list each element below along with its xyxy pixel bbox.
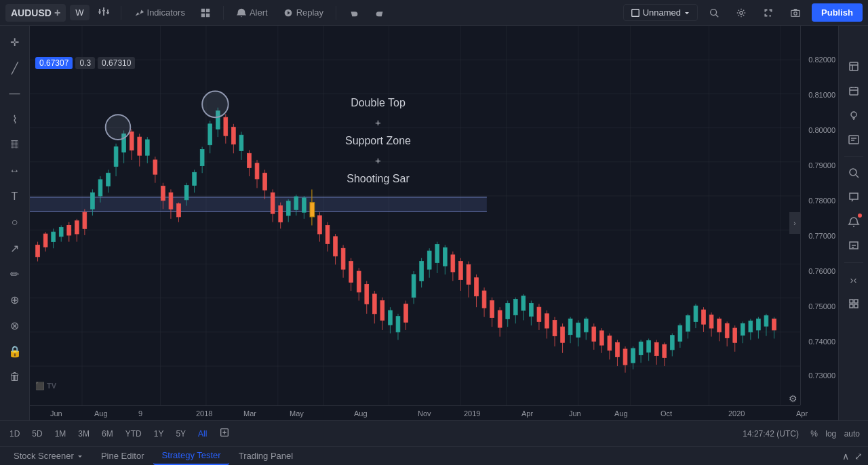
tf-6m[interactable]: 6M: [98, 426, 117, 441]
svg-rect-222: [741, 323, 745, 335]
svg-rect-180: [576, 323, 580, 337]
calendar-button[interactable]: [843, 80, 865, 102]
candles-svg: [30, 26, 800, 405]
arrow-tool[interactable]: ↗: [4, 237, 26, 259]
svg-rect-58: [98, 180, 102, 196]
tf-1y[interactable]: 1Y: [150, 426, 168, 441]
notifications-button[interactable]: [843, 211, 865, 232]
svg-rect-76: [169, 193, 173, 209]
messages-button[interactable]: [843, 235, 865, 257]
collapse-panel-button[interactable]: ∧: [842, 451, 849, 462]
svg-rect-106: [310, 203, 315, 217]
redo-button[interactable]: [369, 5, 391, 21]
svg-point-232: [202, 92, 229, 118]
bottom-tabs-right: ∧ ⤢: [842, 451, 863, 462]
tf-3m[interactable]: 3M: [74, 426, 94, 441]
svg-rect-78: [177, 204, 181, 217]
tab-trading-panel[interactable]: Trading Panel: [231, 447, 301, 465]
publish-button[interactable]: Publish: [812, 3, 863, 22]
screenshot-button[interactable]: [785, 5, 806, 21]
price-level-7: 0.76000: [808, 267, 835, 275]
horizontal-line-tool[interactable]: ―: [4, 83, 26, 104]
time-9: 9: [138, 409, 142, 418]
channel-tool[interactable]: ⌇: [4, 108, 26, 130]
quick-search-button[interactable]: [843, 162, 865, 184]
expand-right-button[interactable]: ›‹: [843, 268, 865, 290]
brush-tool[interactable]: ✏: [4, 263, 26, 285]
time-2019: 2019: [464, 409, 480, 418]
symbol-button[interactable]: AUDUSD +: [5, 4, 66, 22]
expand-arrow-button[interactable]: ›: [789, 212, 800, 234]
layouts-button[interactable]: [195, 5, 216, 21]
time-mar: Mar: [243, 409, 256, 418]
price-level-9: 0.74000: [808, 338, 835, 346]
svg-rect-200: [654, 342, 658, 355]
zoom-tool[interactable]: ⊕: [4, 289, 26, 310]
svg-rect-14: [791, 10, 800, 16]
compare-button[interactable]: [215, 424, 234, 443]
svg-rect-166: [521, 296, 526, 310]
svg-rect-2: [107, 9, 108, 14]
lock-tool[interactable]: 🔒: [4, 340, 26, 362]
tf-5d[interactable]: 5D: [28, 426, 46, 441]
trash-tool[interactable]: 🗑: [4, 366, 26, 388]
indicators-button[interactable]: Indicators: [128, 5, 191, 21]
unnamed-button[interactable]: Unnamed: [623, 4, 698, 21]
svg-rect-124: [357, 271, 361, 292]
watchlist-button[interactable]: [843, 31, 865, 53]
chart-area[interactable]: 0.67307 0.3 0.67310: [30, 26, 838, 420]
alert-button[interactable]: Alert: [231, 5, 273, 21]
svg-rect-233: [850, 62, 858, 70]
trend-line-tool[interactable]: ╱: [4, 57, 26, 79]
svg-rect-146: [443, 247, 447, 266]
text-tool[interactable]: T: [4, 186, 26, 207]
svg-rect-239: [854, 300, 858, 303]
svg-rect-122: [349, 262, 353, 283]
log-button[interactable]: log: [823, 428, 839, 440]
magnet-tool[interactable]: ⊗: [4, 315, 26, 336]
cursor-tool[interactable]: ✛: [4, 31, 26, 53]
fib-tool[interactable]: 𝄜: [4, 134, 26, 156]
data-window-button[interactable]: [843, 56, 865, 77]
tab-pine-editor[interactable]: Pine Editor: [93, 447, 153, 465]
tf-5y[interactable]: 5Y: [172, 426, 190, 441]
tf-1m[interactable]: 1M: [51, 426, 71, 441]
settings-button[interactable]: [730, 5, 752, 21]
undo-button[interactable]: [343, 5, 365, 21]
top-bar-left: AUDUSD + W Indicators Alert Replay: [5, 3, 391, 23]
tab-strategy-tester[interactable]: Strategy Tester: [153, 447, 229, 465]
chart-gear-icon[interactable]: ⚙: [789, 393, 797, 404]
svg-rect-82: [193, 172, 197, 185]
drawing-templates-button[interactable]: [843, 129, 865, 150]
tf-1d[interactable]: 1D: [5, 426, 24, 441]
tf-ytd[interactable]: YTD: [121, 426, 146, 441]
svg-point-15: [794, 12, 797, 14]
expand-panel-button[interactable]: ⤢: [854, 451, 863, 462]
pct-button[interactable]: %: [808, 428, 821, 440]
replay-button[interactable]: Replay: [277, 5, 329, 21]
tab-stock-screener[interactable]: Stock Screener: [5, 447, 92, 465]
fullscreen-button[interactable]: [757, 5, 779, 21]
svg-rect-6: [201, 8, 205, 12]
svg-rect-194: [631, 348, 635, 363]
measure-tool[interactable]: ↔: [4, 160, 26, 182]
interval-button[interactable]: W: [70, 5, 89, 20]
price-level-2: 0.81000: [808, 91, 835, 99]
svg-rect-7: [206, 8, 210, 12]
auto-button[interactable]: auto: [842, 428, 863, 440]
chart-canvas[interactable]: Double Top + Support Zone + Shooting Sar…: [30, 26, 800, 405]
bar-type-button[interactable]: [94, 3, 114, 23]
chat-button[interactable]: [843, 186, 865, 208]
svg-rect-108: [286, 201, 290, 216]
shape-tool[interactable]: ○: [4, 211, 26, 233]
search-button[interactable]: [703, 5, 725, 21]
ideas-button[interactable]: [843, 104, 865, 126]
svg-rect-62: [114, 147, 118, 167]
divider3: [336, 6, 336, 20]
svg-rect-120: [341, 248, 345, 269]
grid-settings-button[interactable]: [843, 293, 865, 315]
symbol-text: AUDUSD: [11, 7, 52, 18]
price-badge-1: 0.67307: [35, 57, 73, 69]
svg-rect-202: [663, 344, 667, 357]
tf-all[interactable]: All: [194, 426, 211, 441]
